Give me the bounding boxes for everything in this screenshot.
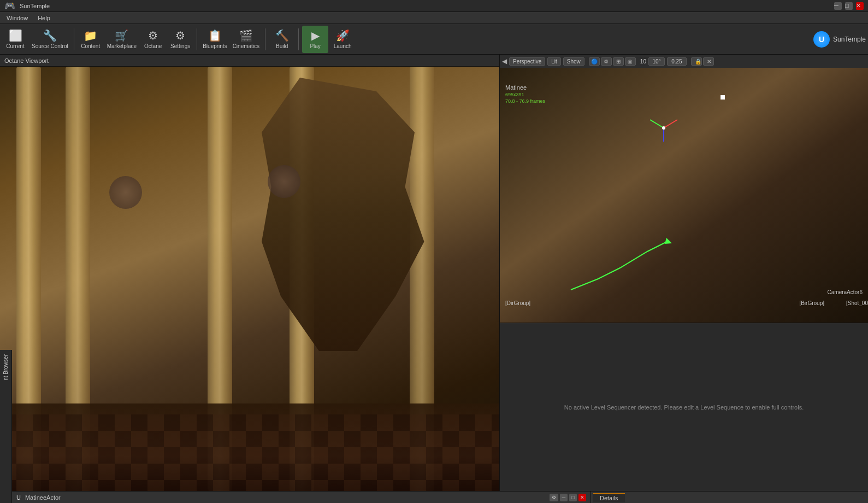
close-btn[interactable]: ✕ bbox=[856, 2, 864, 10]
toolbar-blueprints[interactable]: 📋 Blueprints bbox=[200, 26, 229, 53]
main-area: Octane Viewport bbox=[0, 55, 868, 491]
toolbar-divider-1 bbox=[74, 28, 74, 50]
floor-pattern bbox=[0, 414, 499, 491]
toolbar-play[interactable]: ▶ Play bbox=[302, 26, 328, 53]
perspective-viewport[interactable]: ◀ Perspective Lit Show 🔵 ⚙ ⊞ ◎ 10 10° 0.… bbox=[500, 55, 868, 323]
details-panel: Details 🔍 ⊞ ⚙ ▼ Interp Group Group Color… bbox=[591, 492, 868, 503]
toolbar-settings[interactable]: ⚙ Settings bbox=[167, 26, 193, 53]
title-bar-controls: ─ □ ✕ bbox=[834, 2, 864, 10]
sequencer-message: No active Level Sequencer detected. Plea… bbox=[500, 323, 868, 491]
toolbar-build[interactable]: 🔨 Build bbox=[269, 26, 295, 53]
matinee-win-controls: ⚙ ─ □ ✕ bbox=[550, 494, 586, 501]
axis-gizmo bbox=[647, 112, 680, 144]
ue-logo: U bbox=[813, 31, 830, 48]
main-toolbar: ⬜ Current 🔧 Source Control 📁 Content 🛒 M… bbox=[0, 24, 868, 55]
content-browser-sidebar[interactable]: nt Browser bbox=[2, 352, 10, 383]
launch-icon: 🚀 bbox=[336, 29, 350, 42]
vp-perspective-btn[interactable]: Perspective bbox=[509, 57, 545, 66]
menu-window[interactable]: Window bbox=[2, 14, 32, 22]
toolbar-source-control[interactable]: 🔧 Source Control bbox=[29, 26, 70, 53]
octane-viewport: Octane Viewport bbox=[0, 55, 500, 491]
vp-arrow: ◀ bbox=[502, 57, 507, 65]
mat-close-btn[interactable]: ✕ bbox=[578, 494, 586, 501]
svg-marker-0 bbox=[665, 238, 672, 244]
vp-end-icons: 🔒 ✕ bbox=[691, 57, 714, 66]
camera-actor-label: CameraActor6 bbox=[828, 289, 863, 295]
blueprints-icon: 📋 bbox=[208, 29, 222, 42]
vp-close[interactable]: ✕ bbox=[703, 57, 714, 66]
vp-icon-4[interactable]: ◎ bbox=[625, 57, 636, 66]
fps-label: 70.8 - 76.9 frames bbox=[505, 98, 545, 104]
toolbar-launch[interactable]: 🚀 Launch bbox=[329, 26, 356, 53]
dir-group-label: [DirGroup] bbox=[505, 300, 530, 306]
maximize-btn[interactable]: □ bbox=[845, 2, 853, 10]
matinee-title: MatineeActor bbox=[25, 494, 61, 501]
shot-label: [Shot_00 bbox=[846, 300, 868, 306]
toolbar-content[interactable]: 📁 Content bbox=[78, 26, 104, 53]
svg-line-1 bbox=[664, 120, 677, 128]
camera-gizmo bbox=[721, 95, 725, 100]
matinee-label: Matinee 695x391 70.8 - 76.9 frames bbox=[505, 84, 545, 104]
marketplace-icon: 🛒 bbox=[115, 29, 128, 42]
vp-lit-btn[interactable]: Lit bbox=[547, 57, 561, 66]
perspective-scene: Matinee 695x391 70.8 - 76.9 frames bbox=[500, 68, 868, 323]
bir-group-label: [BirGroup] bbox=[799, 300, 824, 306]
app-title: SunTemple bbox=[20, 3, 50, 9]
source-control-icon: 🔧 bbox=[43, 29, 57, 42]
mat-minimize-btn[interactable]: ─ bbox=[560, 494, 568, 501]
toolbar-current[interactable]: ⬜ Current bbox=[2, 26, 28, 53]
perspective-toolbar: ◀ Perspective Lit Show 🔵 ⚙ ⊞ ◎ 10 10° 0.… bbox=[500, 55, 868, 68]
minimize-btn[interactable]: ─ bbox=[834, 2, 842, 10]
ue-logo-area: U SunTemple bbox=[813, 31, 866, 48]
svg-point-4 bbox=[662, 126, 665, 130]
bottom-section: nt Browser U MatineeActor ⚙ ─ □ ✕ File E… bbox=[0, 491, 868, 503]
matinee-title-bar: U MatineeActor ⚙ ─ □ ✕ bbox=[12, 492, 591, 503]
vp-num-10: 10 bbox=[640, 59, 646, 65]
right-panel: ◀ Perspective Lit Show 🔵 ⚙ ⊞ ◎ 10 10° 0.… bbox=[500, 55, 868, 491]
statue-figure bbox=[243, 78, 434, 351]
left-sidebar: nt Browser bbox=[0, 350, 12, 503]
sequencer-panel: No active Level Sequencer detected. Plea… bbox=[500, 323, 868, 491]
vp-icon-2[interactable]: ⚙ bbox=[601, 57, 612, 66]
details-tab-bar: Details bbox=[591, 492, 868, 503]
settings-icon: ⚙ bbox=[175, 29, 185, 42]
menu-bar: Window Help bbox=[0, 12, 868, 24]
vp-icon-3[interactable]: ⊞ bbox=[613, 57, 624, 66]
ue-title: SunTemple bbox=[833, 36, 866, 43]
coords-label: 695x391 bbox=[505, 92, 524, 97]
play-icon: ▶ bbox=[311, 29, 320, 42]
title-bar: 🎮 SunTemple ─ □ ✕ bbox=[0, 0, 868, 12]
build-icon: 🔨 bbox=[275, 29, 289, 42]
matinee-editor: U MatineeActor ⚙ ─ □ ✕ File Edit Playbac… bbox=[12, 492, 591, 503]
vp-icon-1[interactable]: 🔵 bbox=[589, 57, 600, 66]
mat-restore-btn[interactable]: □ bbox=[569, 494, 577, 501]
details-tab[interactable]: Details bbox=[593, 493, 625, 502]
wall-medallion-2 bbox=[268, 165, 300, 198]
wall-medallion-1 bbox=[109, 176, 142, 209]
cinematics-icon: 🎬 bbox=[239, 29, 253, 42]
mat-settings-btn[interactable]: ⚙ bbox=[550, 494, 558, 501]
toolbar-marketplace[interactable]: 🛒 Marketplace bbox=[105, 26, 139, 53]
vp-rot[interactable]: 10° bbox=[648, 57, 665, 66]
octane-tab[interactable]: Octane Viewport bbox=[0, 55, 499, 67]
menu-help[interactable]: Help bbox=[33, 14, 55, 22]
green-path-svg bbox=[565, 235, 675, 301]
toolbar-divider-4 bbox=[298, 28, 299, 50]
vp-lock[interactable]: 🔒 bbox=[691, 57, 702, 66]
vp-show-btn[interactable]: Show bbox=[563, 57, 584, 66]
toolbar-divider-3 bbox=[265, 28, 265, 50]
octane-scene bbox=[0, 67, 499, 491]
matinee-icon: U bbox=[16, 494, 21, 501]
vp-scale[interactable]: 0.25 bbox=[667, 57, 687, 66]
toolbar-octane[interactable]: ⚙ Octane bbox=[140, 26, 166, 53]
vp-tool-icons: 🔵 ⚙ ⊞ ◎ bbox=[589, 57, 636, 66]
toolbar-cinematics[interactable]: 🎬 Cinematics bbox=[231, 26, 262, 53]
octane-icon: ⚙ bbox=[148, 29, 158, 42]
content-icon: 📁 bbox=[84, 29, 97, 42]
octane-viewport-content[interactable] bbox=[0, 67, 499, 491]
current-icon: ⬜ bbox=[9, 29, 22, 42]
svg-line-2 bbox=[650, 120, 664, 128]
toolbar-divider-2 bbox=[197, 28, 197, 50]
